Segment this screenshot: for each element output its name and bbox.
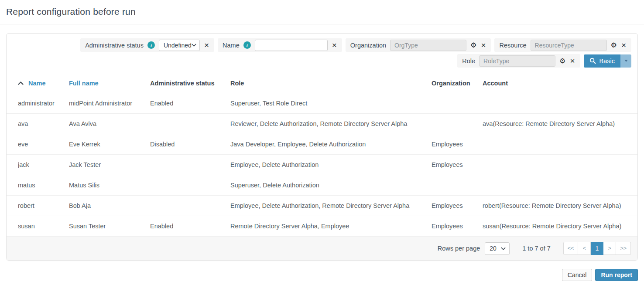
role-filter-input[interactable] [479,55,555,67]
name-filter-input[interactable] [255,40,328,51]
info-icon: i [147,41,155,49]
cell-role: Employee, Delete Authorization [230,155,432,175]
cell-full-name: Bob Aja [69,196,150,216]
rows-per-page-select[interactable]: 20 [485,242,510,255]
remove-filter-resource-button[interactable]: × [621,41,627,49]
pagination-prev-button[interactable]: < [578,242,591,255]
filter-label-role: Role [462,58,475,64]
run-report-button[interactable]: Run report [595,269,638,281]
cell-name: susan [7,216,69,237]
cell-organization: Employees [432,134,483,155]
cell-full-name: Susan Tester [69,216,150,237]
filter-role: Role ⚙ × [457,54,580,68]
filter-label-resource: Resource [499,42,526,49]
table-row[interactable]: administratormidPoint AdministratorEnabl… [7,93,637,114]
pagination-next-button[interactable]: > [603,242,616,255]
search-split-button: Basic [584,54,631,68]
table-row[interactable]: eveEve KerrekDisabledJava Developer, Emp… [7,134,637,155]
filter-organization: Organization ⚙ × [346,38,491,52]
cell-full-name: Matus Silis [69,175,150,196]
cell-admin-status: Enabled [150,216,230,237]
filter-row-2: Role ⚙ × Basic [13,54,631,68]
cell-organization: Employees [432,155,483,175]
rows-per-page-label: Rows per page [438,245,480,252]
column-header-administrative-status: Administrative status [150,73,230,93]
column-header-full-name-label: Full name [69,80,99,87]
page-header: Report configuration before run [0,0,644,24]
cell-organization [432,114,483,134]
cell-name: ava [7,114,69,134]
info-icon: i [243,41,251,49]
cancel-button[interactable]: Cancel [562,269,593,281]
cell-admin-status [150,155,230,175]
column-header-full-name[interactable]: Full name [69,73,150,93]
filter-row-1: Administrative status i Undefined × Name… [13,38,631,52]
sort-ascending-icon [18,81,24,85]
rows-per-page-value: 20 [490,245,497,252]
table-row[interactable]: avaAva AvivaReviewer, Delete Authorizati… [7,114,637,134]
organization-filter-input[interactable] [390,40,466,51]
cell-organization [432,175,483,196]
gear-icon[interactable]: ⚙ [470,42,476,49]
cell-full-name: Ava Aviva [69,114,150,134]
caret-down-icon [624,60,628,62]
pagination-page-1-button[interactable]: 1 [591,242,603,255]
cell-account [483,155,637,175]
column-header-organization: Organization [432,73,483,93]
cell-organization: Employees [432,216,483,237]
users-table: Name Full name Administrative status Rol… [7,73,637,236]
chevron-down-icon [501,247,506,250]
cell-role: Reviewer, Delete Authorization, Remote D… [230,114,432,134]
column-header-account: Account [483,73,637,93]
cell-admin-status [150,114,230,134]
gear-icon[interactable]: ⚙ [611,42,617,49]
filter-name: Name i × [218,38,342,52]
column-header-name[interactable]: Name [7,73,69,93]
remove-filter-administrative-status-button[interactable]: × [204,41,209,49]
table-row[interactable]: susanSusan TesterEnabledRemote Directory… [7,216,637,237]
remove-filter-organization-button[interactable]: × [480,41,486,49]
basic-search-button[interactable]: Basic [584,54,620,68]
cell-name: robert [7,196,69,216]
search-mode-dropdown-button[interactable] [620,54,631,68]
chevron-down-icon [192,44,196,47]
administrative-status-select-value: Undefined [164,42,192,49]
cell-full-name: midPoint Administrator [69,93,150,114]
cell-organization: Employees [432,196,483,216]
cell-account: ava(Resource: Remote Directory Server Al… [483,114,637,134]
cell-role: Java Developer, Employee, Delete Authori… [230,134,432,155]
pagination-count-text: 1 to 7 of 7 [522,245,551,252]
pagination-last-button[interactable]: >> [616,242,631,255]
filter-label-name: Name [223,42,240,49]
pagination-first-button[interactable]: << [563,242,579,255]
cell-name: matus [7,175,69,196]
cell-organization [432,93,483,114]
table-row[interactable]: robertBob AjaEmployee, Delete Authorizat… [7,196,637,216]
gear-icon[interactable]: ⚙ [559,58,565,64]
cell-role: Superuser, Delete Authorization [230,175,432,196]
cell-admin-status [150,196,230,216]
table-footer: Rows per page 20 1 to 7 of 7 << < 1 > >> [7,236,637,260]
column-header-role: Role [230,73,432,93]
cell-admin-status: Disabled [150,134,230,155]
filter-resource: Resource ⚙ × [494,38,631,52]
cell-full-name: Jack Tester [69,155,150,175]
remove-filter-role-button[interactable]: × [569,57,575,65]
filter-administrative-status: Administrative status i Undefined × [80,38,214,52]
dialog-actions: Cancel Run report [0,261,644,281]
table-header: Name Full name Administrative status Rol… [7,73,637,93]
resource-filter-input[interactable] [531,40,607,51]
rows-per-page: Rows per page 20 [438,242,510,255]
cell-role: Employee, Delete Authorization, Remote D… [230,196,432,216]
table-row[interactable]: jackJack TesterEmployee, Delete Authoriz… [7,155,637,175]
cell-account [483,93,637,114]
filter-label-administrative-status: Administrative status [85,42,144,49]
basic-search-button-label: Basic [599,58,615,64]
cell-name: jack [7,155,69,175]
search-icon [589,58,596,64]
remove-filter-name-button[interactable]: × [332,41,337,49]
cell-full-name: Eve Kerrek [69,134,150,155]
cell-account [483,134,637,155]
administrative-status-select[interactable]: Undefined [159,40,200,51]
table-row[interactable]: matusMatus SilisSuperuser, Delete Author… [7,175,637,196]
